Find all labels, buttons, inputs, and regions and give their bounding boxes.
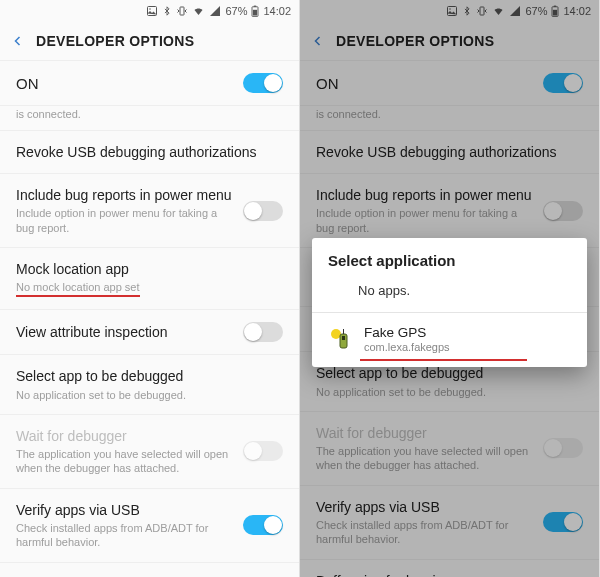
verify-apps-usb[interactable]: Verify apps via USB Check installed apps… — [0, 489, 299, 563]
waitdbg-sub: The application you have selected will o… — [16, 447, 233, 476]
verifyusb-sub: Check installed apps from ADB/ADT for ha… — [316, 518, 533, 547]
svg-rect-10 — [554, 6, 556, 7]
partial-connected-text: is connected. — [300, 106, 599, 131]
revoke-usb-auth[interactable]: Revoke USB debugging authorizations — [0, 131, 299, 174]
wait-for-debugger: Wait for debugger The application you ha… — [0, 415, 299, 489]
vibrate-icon — [476, 5, 488, 17]
svg-rect-11 — [553, 10, 557, 16]
revoke-title: Revoke USB debugging authorizations — [316, 143, 583, 161]
selectdebug-sub: No application set to be debugged. — [16, 388, 283, 402]
battery-pct: 67% — [225, 5, 247, 17]
master-toggle[interactable] — [543, 73, 583, 93]
dialog-app-fake-gps[interactable]: Fake GPS com.lexa.fakegps — [312, 313, 587, 367]
buffer-size-logging[interactable]: Buffer size for logging 256K per log buf… — [300, 560, 599, 578]
battery-icon — [251, 5, 259, 17]
verify-apps-usb[interactable]: Verify apps via USB Check installed apps… — [300, 486, 599, 560]
back-button[interactable] — [12, 32, 24, 50]
dialog-app-package: com.lexa.fakegps — [364, 341, 450, 353]
revoke-title: Revoke USB debugging authorizations — [16, 143, 283, 161]
fake-gps-app-icon — [328, 326, 354, 352]
waitdbg-sub: The application you have selected will o… — [316, 444, 533, 473]
highlight-underline — [360, 359, 527, 361]
include-bug-reports[interactable]: Include bug reports in power menu Includ… — [300, 174, 599, 248]
svg-rect-5 — [253, 10, 257, 16]
svg-rect-2 — [180, 7, 184, 15]
image-icon — [146, 5, 158, 17]
settings-list: ON is connected. Revoke USB debugging au… — [0, 61, 299, 577]
image-icon — [446, 5, 458, 17]
bluetooth-icon — [462, 5, 472, 17]
dialog-title: Select application — [312, 238, 587, 277]
mock-sub: No mock location app set — [16, 280, 283, 297]
viewattr-toggle[interactable] — [243, 322, 283, 342]
mock-location-app[interactable]: Mock location app No mock location app s… — [0, 248, 299, 310]
header: DEVELOPER OPTIONS — [0, 22, 299, 61]
selectdebug-sub: No application set to be debugged. — [316, 385, 583, 399]
verifyusb-sub: Check installed apps from ADB/ADT for ha… — [16, 521, 233, 550]
bugreport-title: Include bug reports in power menu — [16, 186, 233, 204]
wait-for-debugger: Wait for debugger The application you ha… — [300, 412, 599, 486]
bugreport-sub: Include option in power menu for taking … — [16, 206, 233, 235]
mock-title: Mock location app — [16, 260, 283, 278]
master-toggle[interactable] — [243, 73, 283, 93]
waitdbg-toggle — [543, 438, 583, 458]
waitdbg-title: Wait for debugger — [316, 424, 533, 442]
battery-icon — [551, 5, 559, 17]
screen-right: 67% 14:02 DEVELOPER OPTIONS ON is connec… — [300, 0, 600, 577]
view-attribute-inspection[interactable]: View attribute inspection — [0, 310, 299, 355]
back-button[interactable] — [312, 32, 324, 50]
master-toggle-row[interactable]: ON — [0, 61, 299, 106]
page-title: DEVELOPER OPTIONS — [336, 33, 494, 49]
header: DEVELOPER OPTIONS — [300, 22, 599, 61]
waitdbg-toggle — [243, 441, 283, 461]
bugreport-title: Include bug reports in power menu — [316, 186, 533, 204]
dialog-noapps[interactable]: No apps. — [312, 277, 587, 312]
wifi-icon — [492, 5, 505, 17]
bugreport-sub: Include option in power menu for taking … — [316, 206, 533, 235]
master-toggle-label: ON — [16, 75, 39, 92]
page-title: DEVELOPER OPTIONS — [36, 33, 194, 49]
bugreport-toggle[interactable] — [243, 201, 283, 221]
viewattr-title: View attribute inspection — [16, 323, 233, 341]
select-application-dialog[interactable]: Select application No apps. Fake GPS com… — [312, 238, 587, 367]
verifyusb-title: Verify apps via USB — [316, 498, 533, 516]
svg-rect-4 — [254, 6, 256, 7]
clock: 14:02 — [563, 5, 591, 17]
verifyusb-title: Verify apps via USB — [16, 501, 233, 519]
clock: 14:02 — [263, 5, 291, 17]
signal-icon — [509, 5, 521, 17]
include-bug-reports[interactable]: Include bug reports in power menu Includ… — [0, 174, 299, 248]
verifyusb-toggle[interactable] — [243, 515, 283, 535]
signal-icon — [209, 5, 221, 17]
bugreport-toggle[interactable] — [543, 201, 583, 221]
revoke-usb-auth[interactable]: Revoke USB debugging authorizations — [300, 131, 599, 174]
selectdebug-title: Select app to be debugged — [316, 364, 583, 382]
svg-rect-14 — [342, 336, 345, 340]
partial-connected-text: is connected. — [0, 106, 299, 131]
master-toggle-label: ON — [316, 75, 339, 92]
svg-point-7 — [450, 8, 452, 10]
svg-rect-8 — [480, 7, 484, 15]
svg-point-1 — [150, 8, 152, 10]
status-bar: 67% 14:02 — [0, 0, 299, 22]
buffer-size-logging[interactable]: Buffer size for logging 256K per log buf… — [0, 563, 299, 578]
waitdbg-title: Wait for debugger — [16, 427, 233, 445]
bluetooth-icon — [162, 5, 172, 17]
battery-pct: 67% — [525, 5, 547, 17]
selectdebug-title: Select app to be debugged — [16, 367, 283, 385]
vibrate-icon — [176, 5, 188, 17]
wifi-icon — [192, 5, 205, 17]
select-app-debugged[interactable]: Select app to be debugged No application… — [0, 355, 299, 414]
screen-left: 67% 14:02 DEVELOPER OPTIONS ON is connec… — [0, 0, 300, 577]
status-bar: 67% 14:02 — [300, 0, 599, 22]
master-toggle-row[interactable]: ON — [300, 61, 599, 106]
dialog-app-name: Fake GPS — [364, 325, 450, 340]
bufsize-title: Buffer size for logging — [316, 572, 583, 578]
verifyusb-toggle[interactable] — [543, 512, 583, 532]
